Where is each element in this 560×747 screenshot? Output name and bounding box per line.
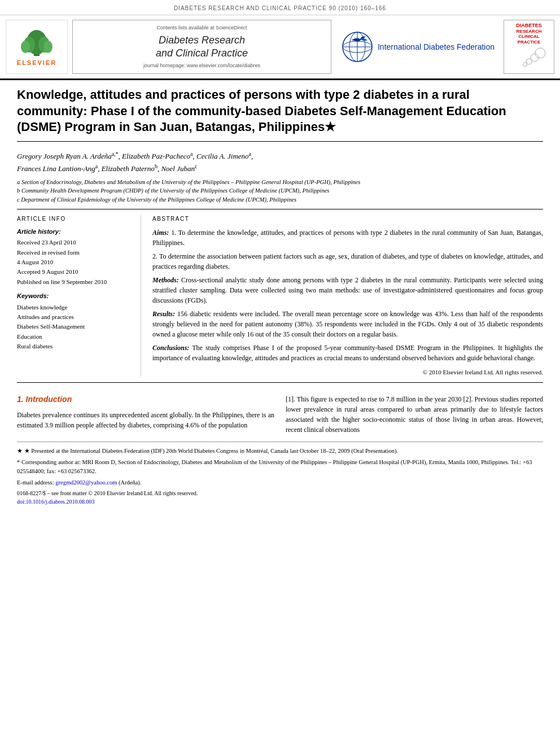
conclusions-text: The study comprises Phase I of the propo… xyxy=(152,344,543,362)
intro-right-column: [1]. This figure is expected to rise to … xyxy=(286,394,543,435)
keywords-header: Keywords: xyxy=(17,292,133,300)
idf-text: International Diabetes Federation xyxy=(378,42,495,52)
affiliation-c: c Department of Clinical Epidemiology of… xyxy=(17,195,543,204)
affiliation-a: a Section of Endocrinology, Diabetes and… xyxy=(17,178,543,187)
footer-star-symbol: ★ xyxy=(17,448,24,454)
abstract-column: ABSTRACT Aims: 1. To determine the knowl… xyxy=(152,215,543,377)
footer-note-star: ★ ★ Presented at the International Diabe… xyxy=(17,447,543,456)
accepted-date: Accepted 9 August 2010 xyxy=(17,268,133,276)
intro-right-text: [1]. This figure is expected to rise to … xyxy=(286,394,543,435)
received-revised-label: Received in revised form xyxy=(17,248,133,257)
footer-email-address[interactable]: gregmd2002@yahoo.com xyxy=(55,479,117,486)
revised-date: 4 August 2010 xyxy=(17,258,133,267)
footer-corresponding: * Corresponding author at: MRI Room D, S… xyxy=(17,458,543,476)
journal-homepage: journal homepage: www.elsevier.com/locat… xyxy=(143,62,260,69)
journal-name: Diabetes Researchand Clinical Practice xyxy=(156,34,248,60)
keyword-1: Diabetes knowledge xyxy=(17,303,133,312)
page-container: DIABETES RESEARCH AND CLINICAL PRACTICE … xyxy=(0,0,560,510)
journal-header-bar: DIABETES RESEARCH AND CLINICAL PRACTICE … xyxy=(0,0,560,15)
article-info-column: ARTICLE INFO Article history: Received 2… xyxy=(17,215,141,377)
footer-section: ★ ★ Presented at the International Diabe… xyxy=(17,442,543,510)
elsevier-tree-icon xyxy=(17,27,56,58)
idf-section: International Diabetes Federation xyxy=(336,20,499,74)
received-1: Received 23 April 2010 xyxy=(17,238,133,247)
header-section: ELSEVIER Contents lists available at Sci… xyxy=(0,15,560,80)
footer-email-line: E-mail address: gregmd2002@yahoo.com (Ar… xyxy=(17,478,543,487)
methods-text: Cross-sectional analytic study done amon… xyxy=(152,276,543,304)
author-elizabeth: Elizabeth Paz-Pacheco xyxy=(122,152,190,160)
drcp-logo-box: DIABETES RESEARCH CLINICAL PRACTICE xyxy=(504,20,554,74)
article-title: Knowledge, attitudes and practices of pe… xyxy=(17,87,543,142)
author-gregory: Gregory Joseph Ryan A. Ardeña xyxy=(17,152,112,160)
svg-point-4 xyxy=(21,41,30,53)
author-frances: Frances Lina Lantion-Ang xyxy=(17,164,95,173)
elsevier-brand-text: ELSEVIER xyxy=(17,59,56,67)
aims-label: Aims: xyxy=(152,229,169,237)
affiliations-section: a Section of Endocrinology, Diabetes and… xyxy=(17,178,543,209)
aims-2-text: 2. To determine the association between … xyxy=(152,252,543,270)
keyword-3: Diabetes Self-Management xyxy=(17,322,133,331)
results-text: 156 diabetic residents were included. Th… xyxy=(152,310,543,338)
keyword-2: Attitudes and practices xyxy=(17,313,133,321)
published-date: Published on line 9 September 2010 xyxy=(17,278,133,286)
footer-corresponding-text: * Corresponding author at: MRI Room D, S… xyxy=(17,459,532,474)
abstract-conclusions: Conclusions: The study comprises Phase I… xyxy=(152,343,543,363)
abstract-methods: Methods: Cross-sectional analytic study … xyxy=(152,275,543,305)
drcp-logo-text: DIABETES RESEARCH CLINICAL PRACTICE xyxy=(509,23,549,71)
abstract-aims-2: 2. To determine the association between … xyxy=(152,251,543,272)
main-content: Knowledge, attitudes and practices of pe… xyxy=(0,80,560,442)
author-sup-a: a,* xyxy=(112,151,119,157)
intro-title: 1. Introduction xyxy=(17,394,274,405)
keyword-5: Rural diabetes xyxy=(17,342,133,351)
abstract-text: Aims: 1. To determine the knowledge, att… xyxy=(152,228,543,377)
intro-left-text: Diabetes prevalence continues its unprec… xyxy=(17,410,274,430)
svg-point-14 xyxy=(523,62,527,66)
author-elizabeth-p: Elizabeth Paterno xyxy=(102,164,155,173)
methods-label: Methods: xyxy=(152,276,179,284)
author-noel: Noel Juban xyxy=(161,164,195,173)
svg-point-5 xyxy=(43,41,53,53)
abstract-results: Results: 156 diabetic residents were inc… xyxy=(152,309,543,339)
journal-title-box: Contents lists available at ScienceDirec… xyxy=(72,20,331,74)
authors-line: Gregory Joseph Ryan A. Ardeñaa,*, Elizab… xyxy=(17,150,543,174)
footer-star-text: ★ Presented at the International Diabete… xyxy=(24,448,398,454)
footer-email-note: (Ardeña). xyxy=(119,479,142,486)
copyright-line: © 2010 Elsevier Ireland Ltd. All rights … xyxy=(152,368,543,377)
results-label: Results: xyxy=(152,310,175,318)
footer-issn: 0168-8227/$ – see front matter © 2010 El… xyxy=(17,489,543,497)
history-label: Article history: xyxy=(17,228,133,236)
elsevier-logo: ELSEVIER xyxy=(6,20,68,74)
affiliation-b: b Community Health Development Program (… xyxy=(17,186,543,195)
info-abstract-columns: ARTICLE INFO Article history: Received 2… xyxy=(17,215,543,383)
abstract-header: ABSTRACT xyxy=(152,215,543,223)
journal-citation: DIABETES RESEARCH AND CLINICAL PRACTICE … xyxy=(174,5,386,11)
author-sup-c: c xyxy=(195,163,197,169)
article-info-header: ARTICLE INFO xyxy=(17,215,133,223)
contents-available-text: Contents lists available at ScienceDirec… xyxy=(156,24,247,32)
footer-email-label: E-mail address: xyxy=(17,479,54,486)
idf-globe-icon xyxy=(340,30,374,64)
author-cecilia: Cecilia A. Jimeno xyxy=(196,152,249,160)
keyword-4: Education xyxy=(17,333,133,341)
abstract-aims-1: Aims: 1. To determine the knowledge, att… xyxy=(152,228,543,248)
intro-left-column: 1. Introduction Diabetes prevalence cont… xyxy=(17,394,274,435)
svg-point-11 xyxy=(535,48,545,58)
conclusions-label: Conclusions: xyxy=(152,344,189,352)
aims-1-text: 1. To determine the knowledge, attitudes… xyxy=(152,229,543,247)
introduction-section: 1. Introduction Diabetes prevalence cont… xyxy=(17,388,543,435)
footer-doi[interactable]: doi:10.1016/j.diabres.2010.08.003 xyxy=(17,497,543,506)
author-comma-3: , xyxy=(251,152,253,160)
